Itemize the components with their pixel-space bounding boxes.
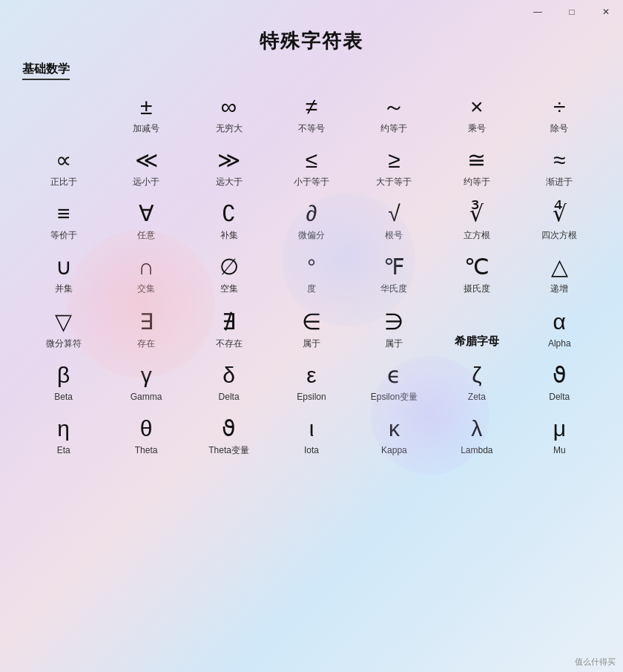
math-label: 立方根 xyxy=(464,230,490,240)
greek-cell[interactable]: ϵEpsilon变量 xyxy=(353,355,435,408)
greek-cell[interactable]: αAlpha xyxy=(518,301,601,355)
math-cell[interactable]: ±加减号 xyxy=(105,86,187,139)
greek-cell[interactable]: γGamma xyxy=(105,355,187,408)
math-cell[interactable]: ≥大于等于 xyxy=(353,139,435,193)
close-button[interactable]: ✕ xyxy=(589,0,623,24)
math-cell[interactable]: ≪远小于 xyxy=(105,139,187,193)
math-section-label: 基础数学 xyxy=(22,62,70,80)
greek-cell[interactable]: ηEta xyxy=(22,408,105,461)
math-label: 补集 xyxy=(220,230,238,240)
combined-grid: ▽微分算符∃存在∄不存在∈属于∋属于希腊字母αAlphaβBetaγGammaδ… xyxy=(22,301,601,461)
math-cell[interactable]: ∅空集 xyxy=(188,246,270,300)
greek-symbol: ϵ xyxy=(387,362,400,389)
math-cell[interactable]: ∝正比于 xyxy=(22,139,105,193)
math-cell[interactable]: ∂微偏分 xyxy=(270,193,352,246)
math-symbol: ～ xyxy=(383,93,405,120)
math-cell[interactable]: ∞无穷大 xyxy=(188,86,270,139)
math-cell[interactable]: ∩交集 xyxy=(105,246,187,300)
greek-symbol: θ xyxy=(140,415,153,442)
math-label: 微偏分 xyxy=(298,230,325,240)
math-label: 度 xyxy=(307,283,316,294)
math-label: 交集 xyxy=(137,283,155,294)
greek-label: Kappa xyxy=(381,445,407,455)
math-cell[interactable]: ≅约等于 xyxy=(435,139,518,193)
greek-symbol: β xyxy=(57,362,70,389)
greek-cell[interactable]: βBeta xyxy=(22,355,105,408)
math-cell[interactable]: √根号 xyxy=(353,193,435,246)
greek-section-label: 希腊字母 xyxy=(455,335,499,349)
math-cell[interactable]: ∪并集 xyxy=(22,246,105,300)
math-cell[interactable]: °度 xyxy=(270,246,352,300)
math-cell[interactable]: ℉华氏度 xyxy=(353,246,435,300)
greek-label: Alpha xyxy=(548,338,571,349)
greek-symbol: μ xyxy=(553,415,566,442)
content-area: 基础数学 ±加减号∞无穷大≠不等号～约等于×乘号÷除号∝正比于≪远小于≫远大于≤… xyxy=(0,62,623,469)
math-symbol: ∂ xyxy=(306,200,317,227)
math-cell[interactable]: ∄不存在 xyxy=(188,301,270,355)
greek-symbol: ζ xyxy=(472,362,481,389)
math-symbol: ≪ xyxy=(135,147,158,174)
math-cell[interactable]: ∀任意 xyxy=(105,193,187,246)
math-cell[interactable]: ∁补集 xyxy=(188,193,270,246)
math-symbol: ∜ xyxy=(553,200,567,227)
greek-label: Mu xyxy=(553,445,566,455)
math-cell[interactable]: ≈渐进于 xyxy=(518,139,601,193)
math-cell[interactable]: ∜四次方根 xyxy=(518,193,601,246)
math-symbol: ℉ xyxy=(383,254,405,280)
greek-cell[interactable]: ϑDelta xyxy=(518,355,601,408)
math-cell[interactable]: ≤小于等于 xyxy=(270,139,352,193)
math-label: 不等号 xyxy=(298,123,325,134)
math-cell[interactable]: ∋属于 xyxy=(353,301,435,355)
watermark: 值么什得买 xyxy=(575,656,616,668)
math-label: 远小于 xyxy=(133,177,159,187)
greek-cell[interactable]: θTheta xyxy=(105,408,187,461)
math-cell[interactable]: ℃摄氏度 xyxy=(435,246,518,300)
greek-label: Delta xyxy=(219,392,240,402)
math-symbol: ∛ xyxy=(469,200,484,227)
math-symbol: ∋ xyxy=(384,309,403,335)
math-symbol: ∅ xyxy=(220,254,239,280)
greek-cell[interactable]: ϑTheta变量 xyxy=(188,408,270,461)
greek-cell[interactable]: λLambda xyxy=(435,408,518,461)
math-symbol: ∀ xyxy=(139,200,154,227)
math-label: 根号 xyxy=(385,230,403,240)
math-label: 摄氏度 xyxy=(464,283,490,294)
greek-cell[interactable]: μMu xyxy=(518,408,601,461)
math-cell[interactable]: ×乘号 xyxy=(435,86,518,139)
math-cell[interactable]: ≫远大于 xyxy=(188,139,270,193)
math-cell[interactable]: ∃存在 xyxy=(105,301,187,355)
math-cell[interactable]: ▽微分算符 xyxy=(22,301,105,355)
math-cell[interactable]: ≠不等号 xyxy=(270,86,352,139)
greek-label: Delta xyxy=(549,392,570,402)
math-label: 除号 xyxy=(550,123,568,134)
math-symbol: ≠ xyxy=(306,93,317,120)
math-symbol: √ xyxy=(388,200,400,227)
greek-symbol: ι xyxy=(309,415,314,442)
math-symbol: × xyxy=(470,93,484,120)
greek-symbol: γ xyxy=(141,362,152,389)
math-cell[interactable]: △递增 xyxy=(518,246,601,300)
math-cell[interactable]: ～约等于 xyxy=(353,86,435,139)
math-label: 乘号 xyxy=(468,123,486,134)
greek-cell[interactable]: εEpsilon xyxy=(270,355,352,408)
math-cell[interactable]: ∛立方根 xyxy=(435,193,518,246)
math-cell[interactable]: ≡等价于 xyxy=(22,193,105,246)
greek-symbol: ϑ xyxy=(553,362,567,389)
minimize-button[interactable]: — xyxy=(521,0,555,24)
math-symbol: ∄ xyxy=(222,309,236,335)
maximize-button[interactable]: □ xyxy=(555,0,589,24)
greek-symbol: δ xyxy=(222,362,235,389)
greek-cell[interactable]: κKappa xyxy=(353,408,435,461)
greek-cell[interactable]: ζZeta xyxy=(435,355,518,408)
math-cell[interactable] xyxy=(22,86,105,139)
greek-cell[interactable]: ιIota xyxy=(270,408,352,461)
greek-label: Epsilon变量 xyxy=(371,392,418,402)
math-cell[interactable]: ÷除号 xyxy=(518,86,601,139)
greek-label: Gamma xyxy=(131,392,162,402)
math-label: 无穷大 xyxy=(216,123,243,134)
greek-label: Lambda xyxy=(461,445,492,455)
math-label: 等价于 xyxy=(50,230,77,240)
math-cell[interactable]: ∈属于 xyxy=(270,301,352,355)
greek-cell[interactable]: δDelta xyxy=(188,355,270,408)
math-label: 华氏度 xyxy=(380,283,407,294)
